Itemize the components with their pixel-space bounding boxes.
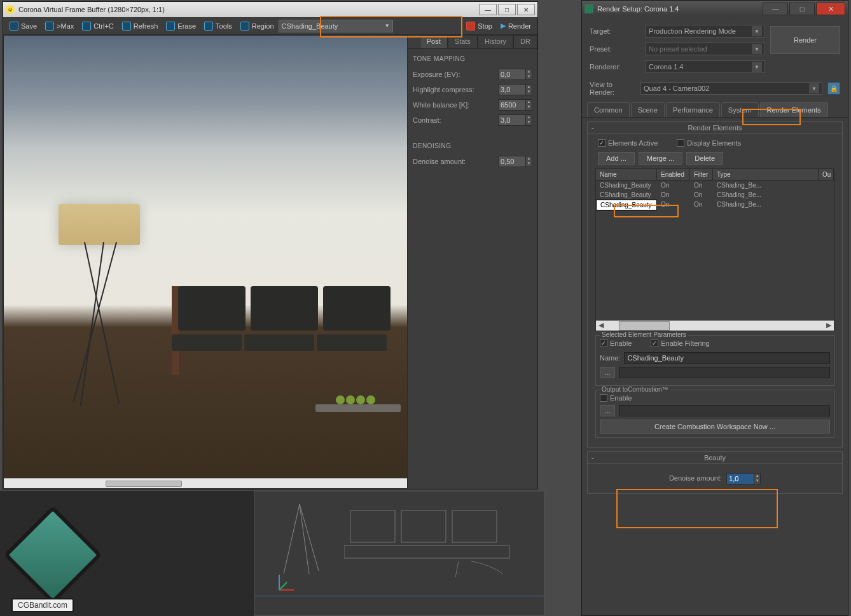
- contrast-spinner[interactable]: ▲▼: [498, 114, 532, 126]
- max-button[interactable]: >Max: [41, 19, 78, 33]
- render-pass-dropdown[interactable]: CShading_Beauty ▼: [279, 20, 393, 32]
- max-icon: [45, 22, 54, 31]
- svg-line-4: [284, 504, 300, 574]
- beauty-denoise-spinner[interactable]: ▲▼: [726, 473, 761, 484]
- table-row-selected[interactable]: CShading_BeautyOnOnCShading_Be...: [596, 200, 834, 210]
- max-viewport[interactable]: CGBandit.com: [0, 491, 544, 616]
- stop-button[interactable]: Stop: [462, 19, 496, 33]
- close-button[interactable]: ✕: [517, 4, 535, 15]
- minimize-button[interactable]: —: [479, 4, 497, 15]
- minimize-button[interactable]: —: [763, 3, 788, 15]
- region-button[interactable]: Region: [237, 19, 278, 33]
- tab-performance[interactable]: Performance: [666, 102, 720, 117]
- beauty-denoise-label: Denoise amount:: [669, 474, 722, 482]
- wb-label: White balance [K]:: [413, 101, 498, 109]
- target-select[interactable]: Production Rendering Mode▼: [646, 25, 765, 38]
- enable-check[interactable]: ✓Enable: [600, 339, 632, 347]
- save-icon: [10, 22, 18, 31]
- elements-table: Name Enabled Filter Type Ou CShading_Bea…: [595, 168, 834, 331]
- chevron-down-icon: ▼: [752, 26, 762, 36]
- render-viewport[interactable]: [3, 35, 408, 489]
- axis-gizmo: [274, 570, 300, 596]
- vfb-titlebar[interactable]: ☺ Corona Virtual Frame Buffer (1280×720p…: [3, 2, 537, 17]
- elements-active-check[interactable]: ✓Elements Active: [598, 139, 658, 147]
- render-button[interactable]: ▶Render: [497, 19, 535, 33]
- comb-enable-check[interactable]: Enable: [600, 394, 830, 402]
- create-workspace-button[interactable]: Create Combustion Workspace Now ...: [600, 420, 830, 434]
- enable-filter-check[interactable]: ✓Enable Filtering: [651, 339, 709, 347]
- render-button[interactable]: Render: [770, 26, 840, 54]
- erase-icon: [166, 22, 175, 31]
- table-row[interactable]: CShading_BeautyOnOnCShading_Be...: [596, 190, 834, 200]
- maximize-button[interactable]: □: [498, 4, 516, 15]
- tab-stats[interactable]: Stats: [448, 35, 478, 48]
- col-out[interactable]: Ou: [819, 169, 834, 180]
- vfb-toolbar: Save >Max Ctrl+C Refresh Erase Tools Reg…: [3, 17, 537, 35]
- tab-dr[interactable]: DR: [513, 35, 537, 48]
- view-select[interactable]: Quad 4 - Camera002▼: [640, 82, 822, 95]
- comb-path-input[interactable]: [619, 405, 830, 416]
- lock-button[interactable]: 🔒: [827, 82, 840, 95]
- app-icon: [585, 4, 593, 13]
- rollout-header[interactable]: -Render Elements: [588, 122, 842, 134]
- svg-rect-0: [350, 510, 395, 542]
- chevron-down-icon: ▼: [752, 62, 762, 72]
- tab-common[interactable]: Common: [587, 102, 630, 117]
- delete-button[interactable]: Delete: [686, 152, 723, 165]
- renderer-select[interactable]: Corona 1.4▼: [646, 60, 765, 73]
- refresh-button[interactable]: Refresh: [118, 19, 162, 33]
- preset-label: Preset:: [590, 45, 640, 53]
- merge-button[interactable]: Merge ...: [639, 152, 682, 165]
- ctrlc-button[interactable]: Ctrl+C: [78, 19, 117, 33]
- highlight-spinner[interactable]: ▲▼: [498, 84, 532, 95]
- render-image: [4, 36, 407, 484]
- col-type[interactable]: Type: [713, 169, 819, 180]
- target-label: Target:: [590, 27, 640, 35]
- copy-icon: [82, 22, 91, 31]
- viewport-scrollbar[interactable]: [4, 478, 407, 488]
- highlight-label: Highlight compress:: [413, 86, 498, 93]
- tools-button[interactable]: Tools: [200, 19, 236, 33]
- name-label: Name:: [600, 354, 620, 362]
- beauty-rollout: -Beauty Denoise amount: ▲▼: [587, 451, 843, 494]
- comb-browse-button[interactable]: ...: [600, 405, 615, 416]
- table-scrollbar[interactable]: ◀▶: [596, 320, 834, 331]
- render-elements-rollout: -Render Elements ✓Elements Active Displa…: [587, 121, 843, 448]
- tonemapping-title: TONE MAPPING: [413, 55, 532, 62]
- rs-titlebar[interactable]: Render Setup: Corona 1.4 — □ ✕: [582, 1, 848, 17]
- element-name-input[interactable]: [624, 352, 830, 364]
- denoising-title: DENOISING: [413, 142, 532, 149]
- col-filter[interactable]: Filter: [690, 169, 713, 180]
- element-path-input[interactable]: [619, 367, 830, 378]
- stop-icon: [466, 22, 475, 31]
- tab-system[interactable]: System: [721, 102, 759, 117]
- tab-post[interactable]: Post: [420, 35, 448, 48]
- tab-history[interactable]: History: [478, 35, 513, 48]
- output-combustion: Output toCombustion™ Enable ... Create C…: [595, 390, 834, 438]
- rs-title: Render Setup: Corona 1.4: [597, 5, 761, 13]
- maximize-button[interactable]: □: [789, 3, 815, 15]
- beauty-header[interactable]: -Beauty: [588, 452, 842, 464]
- erase-button[interactable]: Erase: [162, 19, 200, 33]
- tab-scene[interactable]: Scene: [631, 102, 665, 117]
- save-button[interactable]: Save: [6, 19, 41, 33]
- preset-select[interactable]: No preset selected▼: [646, 43, 765, 55]
- exposure-spinner[interactable]: ▲▼: [498, 69, 532, 80]
- highlight-beauty: [616, 489, 778, 528]
- close-button[interactable]: ✕: [816, 3, 845, 15]
- svg-rect-3: [344, 545, 509, 558]
- refresh-icon: [122, 22, 131, 31]
- browse-button[interactable]: ...: [600, 367, 615, 378]
- col-enabled[interactable]: Enabled: [657, 169, 690, 180]
- denoise-spinner[interactable]: ▲▼: [498, 156, 532, 167]
- wb-spinner[interactable]: ▲▼: [498, 99, 532, 111]
- table-body[interactable]: CShading_BeautyOnOnCShading_Be... CShadi…: [596, 181, 834, 320]
- tab-render-elements[interactable]: Render Elements: [760, 102, 828, 117]
- col-name[interactable]: Name: [596, 169, 657, 180]
- add-button[interactable]: Add ...: [598, 152, 635, 165]
- table-row[interactable]: CShading_BeautyOnOnCShading_Be...: [596, 181, 834, 190]
- view-label: View to Render:: [590, 81, 635, 96]
- display-elements-check[interactable]: Display Elements: [677, 139, 741, 147]
- render-pass-value: CShading_Beauty: [282, 22, 338, 30]
- smiley-icon: ☺: [6, 5, 15, 14]
